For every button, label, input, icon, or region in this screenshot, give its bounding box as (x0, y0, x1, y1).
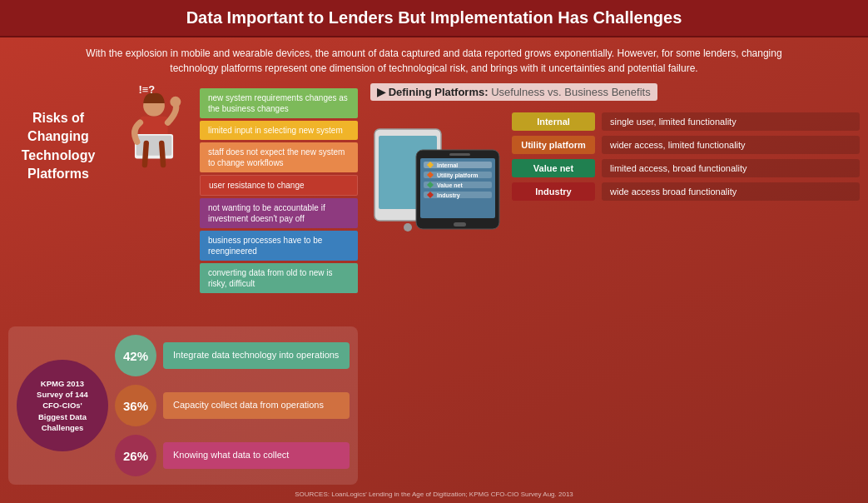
kpmg-section: KPMG 2013 Survey of 144 CFO-CIOs' Bigges… (8, 326, 358, 485)
platform-tag-utility: Utility platform (512, 136, 595, 154)
source-bar: SOURCES: LoanLogics' Lending in the Age … (0, 485, 868, 500)
platform-row-valuenet: Value net limited access, broad function… (512, 159, 860, 177)
main-container: Data Important to Lenders But Implementa… (0, 0, 868, 503)
subtitle-text: With the explosion in mobile and wearabl… (86, 47, 781, 74)
stat-row-26: 26% Knowing what data to collect (115, 435, 350, 476)
person-illustration: !≡? (117, 84, 191, 188)
stat-percent-42: 42% (115, 335, 156, 376)
kpmg-label: KPMG 2013 Survey of 144 CFO-CIOs' Bigges… (17, 360, 108, 451)
risk-item: business processes have to be reengineer… (200, 231, 358, 261)
stat-desc-26: Knowing what data to collect (163, 442, 350, 468)
stat-percent-26: 26% (115, 435, 156, 476)
risk-item: user resistance to change (200, 175, 358, 196)
platform-desc-utility: wider access, limited functionality (602, 136, 860, 154)
platform-row-industry: Industry wide access broad functionality (512, 182, 860, 201)
risk-item: limited input in selecting new system (200, 121, 358, 140)
risks-heading: Risks of Changing Technology Platforms (8, 84, 108, 184)
kpmg-stats: 42% Integrate data technology into opera… (115, 335, 350, 476)
platforms-list: Internal single user, limited functional… (512, 104, 860, 201)
title-bar: Data Important to Lenders But Implementa… (0, 0, 868, 37)
svg-text:Industry: Industry (437, 192, 460, 199)
platform-row-utility: Utility platform wider access, limited f… (512, 136, 860, 154)
page-title: Data Important to Lenders But Implementa… (17, 8, 851, 27)
svg-rect-4 (136, 136, 171, 156)
platform-desc-valuenet: limited access, broad functionality (602, 159, 860, 177)
risks-section: Risks of Changing Technology Platforms !… (8, 84, 358, 293)
platform-tag-valuenet: Value net (512, 159, 595, 177)
risk-item: converting data from old to new is risky… (200, 263, 358, 293)
svg-rect-12 (454, 222, 466, 227)
svg-text:Utility platform: Utility platform (437, 172, 478, 179)
stat-desc-42: Integrate data technology into operation… (163, 342, 350, 368)
risk-item: new system requirements changes as the b… (200, 88, 358, 118)
platform-tag-industry: Industry (512, 182, 595, 201)
platform-row-internal: Internal single user, limited functional… (512, 112, 860, 131)
risks-list: new system requirements changes as the b… (200, 84, 358, 293)
svg-text:Internal: Internal (437, 162, 458, 168)
phone-device: Internal Utility platform Value net Indu… (370, 104, 503, 241)
subtitle: With the explosion in mobile and wearabl… (0, 37, 868, 81)
source-text: SOURCES: LoanLogics' Lending in the Age … (291, 487, 577, 501)
svg-point-8 (404, 223, 412, 232)
svg-point-5 (170, 97, 181, 107)
platform-tag-internal: Internal (512, 112, 595, 131)
platform-desc-internal: single user, limited functionality (602, 112, 860, 131)
svg-rect-11 (449, 153, 470, 156)
stat-row-36: 36% Capacity collect data from operation… (115, 385, 350, 426)
stat-desc-36: Capacity collect data from operations (163, 392, 350, 418)
risk-item: not wanting to be accountable if investm… (200, 198, 358, 228)
stat-row-42: 42% Integrate data technology into opera… (115, 335, 350, 376)
platforms-title: ▶ Defining Platforms: Usefulness vs. Bus… (370, 83, 657, 101)
svg-text:Value net: Value net (437, 182, 463, 188)
stat-percent-36: 36% (115, 385, 156, 426)
platform-desc-industry: wide access broad functionality (602, 182, 860, 201)
risk-item: staff does not expect the new system to … (200, 142, 358, 172)
platforms-section: ▶ Defining Platforms: Usefulness vs. Bus… (370, 84, 860, 293)
